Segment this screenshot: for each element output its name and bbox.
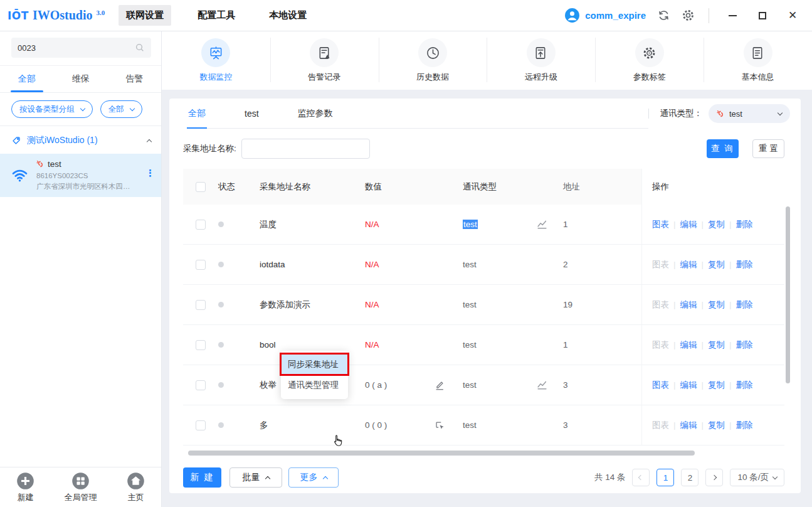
minimize-button[interactable]	[723, 6, 742, 25]
new-button[interactable]: 新 建	[183, 467, 221, 488]
maximize-button[interactable]	[753, 6, 772, 25]
popup-item-1[interactable]: 通讯类型管理	[281, 375, 348, 395]
action-chart-link[interactable]: 图表	[652, 380, 669, 391]
action-delete-link[interactable]: 删除	[736, 339, 753, 351]
address-name-input[interactable]	[241, 139, 370, 159]
sidebar-filter-dropdown-0[interactable]: 按设备类型分组	[11, 100, 93, 118]
menu-item-0[interactable]: 联网设置	[119, 5, 171, 26]
action-delete-link[interactable]: 删除	[736, 219, 753, 230]
prev-page-button[interactable]	[632, 469, 650, 486]
action-separator: |	[729, 260, 732, 269]
search-input[interactable]	[18, 43, 135, 53]
comm-type-label: 通讯类型：	[660, 108, 703, 119]
trend-icon	[537, 380, 547, 390]
action-chart-link[interactable]: 图表	[652, 219, 669, 230]
user-menu[interactable]: comm_expire	[564, 8, 646, 23]
device-group-header[interactable]: 测试iWoStudio (1)	[0, 126, 161, 154]
next-page-button[interactable]	[705, 469, 723, 486]
search-button[interactable]: 查 询	[707, 139, 739, 158]
menu-item-2[interactable]: 本地设置	[261, 5, 314, 26]
action-delete-link[interactable]: 删除	[736, 380, 753, 391]
ribbon-item-3[interactable]: 远程升级	[487, 31, 595, 90]
chevron-down-icon	[80, 105, 85, 110]
horizontal-scrollbar[interactable]	[188, 451, 695, 456]
action-edit-link[interactable]: 编辑	[680, 259, 697, 270]
footer-item-label: 主页	[128, 492, 144, 503]
close-button[interactable]: ✕	[783, 6, 802, 25]
row-actions: 图表|编辑|复制|删除	[641, 245, 784, 284]
device-search[interactable]	[11, 38, 151, 58]
content-card: 全部test监控参数 通讯类型： test	[169, 99, 801, 493]
select-all-checkbox[interactable]	[196, 182, 206, 192]
content-tab-1[interactable]: test	[245, 99, 259, 128]
content-tab-2[interactable]: 监控参数	[298, 99, 333, 128]
batch-button[interactable]: 批量	[229, 467, 282, 488]
sidebar-tab-0[interactable]: 全部	[0, 66, 54, 92]
refresh-icon[interactable]	[657, 9, 670, 22]
vertical-scrollbar[interactable]	[786, 206, 790, 383]
sidebar-footer-item-2[interactable]: 主页	[127, 472, 145, 503]
comm-type-dropdown[interactable]: test	[709, 104, 790, 123]
action-copy-link[interactable]: 复制	[708, 219, 725, 230]
sidebar-footer-item-0[interactable]: 新建	[16, 472, 34, 503]
popup-item-0-annotated[interactable]: 同步采集地址	[281, 354, 348, 375]
plus-icon	[16, 472, 34, 490]
row-checkbox[interactable]	[196, 340, 206, 350]
row-comm-type: test	[463, 260, 537, 269]
row-checkbox[interactable]	[196, 260, 206, 270]
ribbon-item-4[interactable]: 参数标签	[595, 31, 704, 90]
row-checkbox[interactable]	[196, 300, 206, 310]
action-copy-link[interactable]: 复制	[708, 339, 725, 351]
action-delete-link[interactable]: 删除	[736, 259, 753, 270]
reset-button[interactable]: 重 置	[752, 139, 784, 158]
sidebar-footer: 新建全局管理主页	[0, 467, 161, 507]
action-edit-link[interactable]: 编辑	[680, 339, 697, 351]
action-copy-link[interactable]: 复制	[708, 259, 725, 270]
header-name: 采集地址名称	[260, 181, 365, 193]
sidebar-tab-1[interactable]: 维保	[54, 66, 108, 92]
broken-link-icon	[717, 110, 725, 118]
device-more-icon[interactable]: ⋮	[145, 168, 155, 179]
ribbon-item-5[interactable]: 基本信息	[704, 31, 812, 90]
sidebar-footer-item-1[interactable]: 全局管理	[65, 472, 97, 503]
settings-gear-icon[interactable]	[682, 9, 695, 22]
select-icon[interactable]	[434, 420, 445, 431]
ribbon-item-1[interactable]: 告警记录	[270, 31, 379, 90]
ribbon-item-0[interactable]: 数据监控	[162, 31, 270, 90]
sidebar-filter-dropdown-1[interactable]: 全部	[100, 100, 142, 118]
ribbon-label: 远程升级	[525, 72, 557, 83]
more-button[interactable]: 更多	[288, 467, 339, 488]
sidebar-tab-2[interactable]: 告警	[107, 66, 161, 92]
menu-item-1[interactable]: 配置工具	[190, 5, 243, 26]
action-copy-link[interactable]: 复制	[708, 299, 725, 311]
row-checkbox[interactable]	[196, 220, 206, 230]
edit-icon[interactable]	[434, 380, 445, 391]
action-delete-link[interactable]: 删除	[736, 420, 753, 431]
row-actions: 图表|编辑|复制|删除	[641, 325, 784, 365]
action-copy-link[interactable]: 复制	[708, 380, 725, 391]
page-size-select[interactable]: 10 条/页	[730, 469, 784, 486]
action-edit-link[interactable]: 编辑	[680, 380, 697, 391]
device-address: 广东省深圳市光明区科木四路靠...	[36, 181, 135, 192]
action-edit-link[interactable]: 编辑	[680, 219, 697, 230]
action-copy-link[interactable]: 复制	[708, 420, 725, 431]
ribbon-item-2[interactable]: 历史数据	[379, 31, 487, 90]
action-delete-link[interactable]: 删除	[736, 299, 753, 311]
row-checkbox[interactable]	[196, 420, 206, 430]
selected-text: test	[463, 220, 478, 229]
action-edit-link[interactable]: 编辑	[680, 420, 697, 431]
grid-icon	[71, 472, 90, 490]
row-trend-icon-cell	[537, 380, 563, 390]
action-separator: |	[729, 380, 732, 390]
action-chart-link: 图表	[652, 299, 669, 311]
page-button-1[interactable]: 1	[656, 469, 674, 486]
row-actions: 图表|编辑|复制|删除	[641, 365, 784, 405]
page-button-2[interactable]: 2	[681, 469, 699, 486]
action-edit-link[interactable]: 编辑	[680, 299, 697, 311]
content-tab-0[interactable]: 全部	[188, 99, 206, 128]
row-checkbox[interactable]	[196, 380, 206, 390]
device-list-item[interactable]: test 8616YS0023CS 广东省深圳市光明区科木四路靠... ⋮	[0, 154, 161, 197]
row-checkbox-cell	[183, 420, 218, 430]
collapse-chevron-icon[interactable]	[147, 136, 151, 146]
search-icon	[135, 43, 145, 53]
